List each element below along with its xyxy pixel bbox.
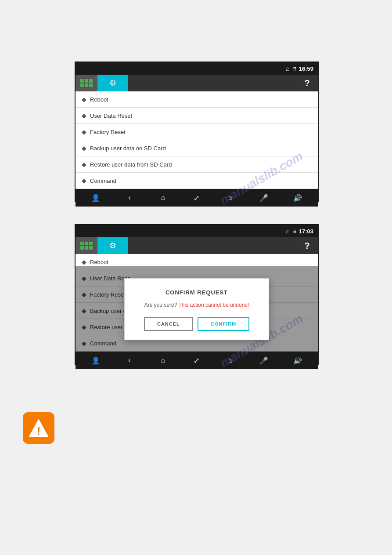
apps-button-2[interactable]	[76, 237, 97, 254]
house-icon-2[interactable]: ⌂	[223, 352, 238, 368]
bullet-icon-3: ◆	[82, 128, 86, 135]
help-button-1[interactable]: ?	[296, 75, 318, 91]
bullet-icon-7: ◆	[82, 258, 86, 265]
svg-text:!: !	[37, 424, 41, 438]
status-bar-1: ⌂ ⊟ 16:59	[76, 62, 318, 75]
modal-title: CONFIRM REQUEST	[133, 289, 260, 296]
menu-item-backup-1[interactable]: ◆ Backup user data on SD Card	[76, 140, 318, 156]
apps-button-1[interactable]	[76, 75, 97, 91]
resize-icon-1[interactable]: ⤢	[189, 190, 205, 206]
apps-grid-icon-1	[80, 79, 93, 87]
signal-icon-1: ⊟	[292, 66, 296, 72]
device-1: ⌂ ⊟ 16:59 ⚙ ? ◆ Reboot ◆ User Data Reset…	[75, 62, 319, 202]
home-nav-icon-1[interactable]: ⌂	[155, 190, 171, 206]
settings-button-1[interactable]: ⚙	[97, 75, 128, 91]
menu-item-reboot-1[interactable]: ◆ Reboot	[76, 91, 318, 108]
bullet-icon-6: ◆	[82, 177, 86, 184]
house-icon-1[interactable]: ⌂	[223, 190, 238, 206]
signal-icon-2: ⊟	[292, 229, 296, 234]
speaker-icon-2[interactable]: 🔊	[290, 352, 306, 368]
mic-muted-icon-2[interactable]: 🎤	[256, 352, 272, 368]
menu-item-factory-1[interactable]: ◆ Factory Reset	[76, 124, 318, 140]
bottom-bar-2: 👤 ‹ ⌂ ⤢ ⌂ 🎤 🔊	[76, 352, 318, 369]
modal-buttons: CANCEL CONFIRM	[133, 317, 260, 331]
user-icon-2[interactable]: 👤	[88, 352, 104, 368]
status-bar-2: ⌂ ⊟ 17:03	[76, 225, 318, 237]
mic-muted-icon-1[interactable]: 🎤	[256, 190, 272, 206]
back-icon-2[interactable]: ‹	[122, 352, 137, 368]
menu-item-label-backup-1: Backup user data on SD Card	[90, 145, 166, 152]
device-2: ⌂ ⊟ 17:03 ⚙ ? ◆ Reboot ◆ User Data Rese.…	[75, 224, 319, 365]
time-1: 16:59	[299, 65, 313, 72]
modal-overlay: CONFIRM REQUEST Are you sure? This actio…	[76, 266, 318, 352]
user-icon-1[interactable]: 👤	[88, 190, 104, 206]
help-icon-2: ?	[304, 241, 309, 251]
help-icon-1: ?	[304, 78, 309, 88]
menu-list-2: ◆ Reboot ◆ User Data Rese... ◆ Factory R…	[76, 254, 318, 352]
warning-icon-container: !	[23, 412, 54, 444]
help-button-2[interactable]: ?	[296, 237, 318, 254]
modal-message-highlight: This action cannot be undone!	[179, 302, 249, 308]
menu-item-label-reboot-2: Reboot	[90, 259, 108, 265]
menu-list-1: ◆ Reboot ◆ User Data Reset ◆ Factory Res…	[76, 91, 318, 189]
resize-icon-2[interactable]: ⤢	[189, 352, 205, 368]
back-icon-1[interactable]: ‹	[122, 190, 137, 206]
confirm-button[interactable]: CONFIRM	[198, 317, 249, 331]
time-2: 17:03	[299, 228, 313, 235]
modal-message-text: Are you sure?	[144, 302, 177, 308]
speaker-icon-1[interactable]: 🔊	[290, 190, 306, 206]
cancel-button[interactable]: CANCEL	[144, 317, 193, 331]
menu-item-label-reboot-1: Reboot	[90, 96, 108, 103]
gear-icon-2: ⚙	[109, 241, 116, 250]
apps-grid-icon-2	[80, 242, 93, 250]
menu-item-label-command-1: Command	[90, 178, 116, 184]
home-status-icon-2: ⌂	[286, 228, 289, 235]
menu-item-userdata-1[interactable]: ◆ User Data Reset	[76, 108, 318, 124]
bullet-icon-5: ◆	[82, 161, 86, 168]
bottom-bar-1: 👤 ‹ ⌂ ⤢ ⌂ 🎤 🔊	[76, 189, 318, 207]
gear-icon-1: ⚙	[109, 78, 116, 88]
nav-bar-2: ⚙ ?	[76, 237, 318, 254]
menu-item-label-userdata-1: User Data Reset	[90, 112, 132, 119]
settings-button-2[interactable]: ⚙	[97, 237, 128, 254]
nav-bar-1: ⚙ ?	[76, 75, 318, 91]
bullet-icon-4: ◆	[82, 145, 86, 152]
bullet-icon-1: ◆	[82, 96, 86, 103]
menu-item-command-1[interactable]: ◆ Command	[76, 173, 318, 189]
confirm-dialog: CONFIRM REQUEST Are you sure? This actio…	[124, 278, 269, 340]
home-nav-icon-2[interactable]: ⌂	[155, 352, 171, 368]
menu-item-restore-1[interactable]: ◆ Restore user data from SD Card	[76, 156, 318, 173]
home-status-icon-1: ⌂	[286, 65, 289, 72]
menu-item-label-restore-1: Restore user data from SD Card	[90, 161, 172, 168]
menu-item-label-factory-1: Factory Reset	[90, 129, 126, 135]
modal-message: Are you sure? This action cannot be undo…	[133, 302, 260, 308]
bullet-icon-2: ◆	[82, 112, 86, 119]
warning-triangle-icon: !	[28, 418, 49, 438]
